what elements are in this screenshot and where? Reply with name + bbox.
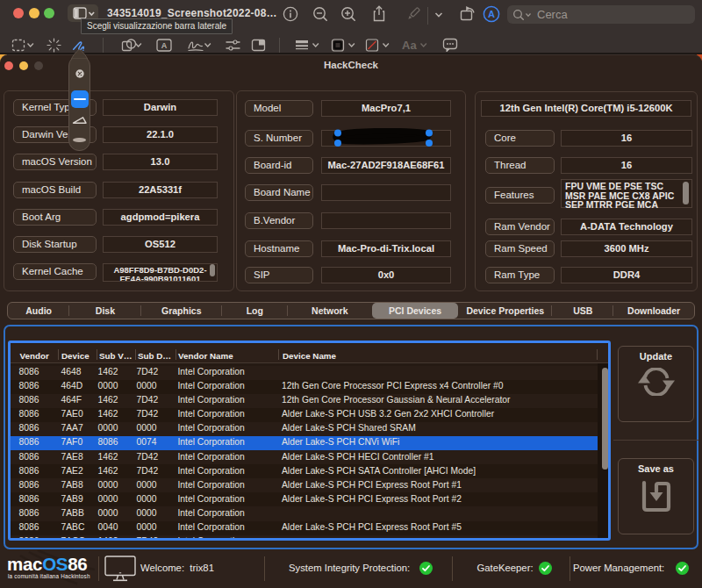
- svg-text:A: A: [161, 41, 168, 50]
- svg-text:A: A: [488, 9, 495, 19]
